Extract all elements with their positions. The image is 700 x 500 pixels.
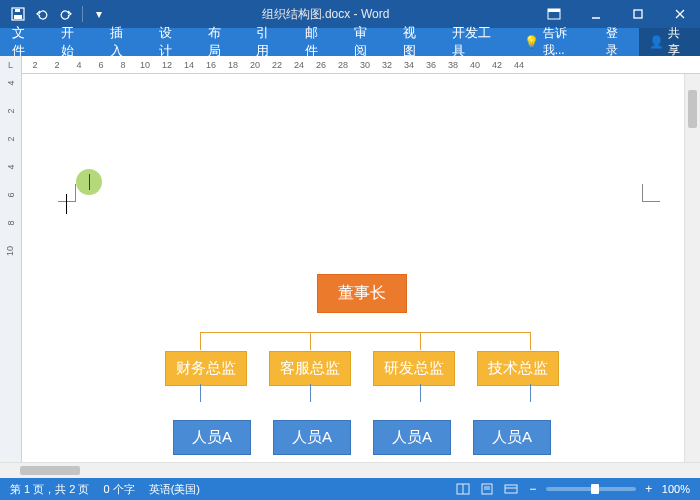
ruler-tick: 6 — [90, 60, 112, 70]
read-mode-icon[interactable] — [454, 481, 472, 497]
connector-icon — [530, 332, 531, 350]
tell-me-label: 告诉我... — [543, 25, 586, 59]
vertical-ruler[interactable]: 4 2 2 4 6 8 10 — [0, 74, 22, 462]
ruler-tick: 38 — [442, 60, 464, 70]
vertical-scrollbar[interactable] — [684, 74, 700, 462]
org-node-director[interactable]: 技术总监 — [477, 351, 559, 386]
minimize-icon[interactable] — [576, 0, 616, 28]
status-word-count[interactable]: 0 个字 — [103, 482, 134, 497]
margin-mark-icon — [58, 184, 76, 202]
zoom-slider-thumb[interactable] — [591, 484, 599, 494]
vruler-tick: 2 — [5, 136, 15, 141]
tab-file[interactable]: 文件 — [0, 28, 49, 56]
connector-icon — [420, 384, 421, 402]
org-node-director[interactable]: 客服总监 — [269, 351, 351, 386]
ruler-tick: 42 — [486, 60, 508, 70]
document-page[interactable]: 董事长 财务总监 客服总监 研发总监 技术总监 人员A 人员A 人员A 人员A — [22, 74, 700, 462]
svg-rect-1 — [14, 15, 22, 19]
lightbulb-icon: 💡 — [524, 35, 539, 49]
zoom-slider[interactable] — [546, 487, 636, 491]
org-chart[interactable]: 董事长 财务总监 客服总监 研发总监 技术总监 人员A 人员A 人员A 人员A — [142, 274, 582, 455]
tab-view[interactable]: 视图 — [391, 28, 440, 56]
tab-design[interactable]: 设计 — [147, 28, 196, 56]
connector-icon — [420, 332, 421, 350]
org-node-staff[interactable]: 人员A — [273, 420, 351, 455]
tab-layout[interactable]: 布局 — [196, 28, 245, 56]
tell-me-button[interactable]: 💡告诉我... — [514, 28, 596, 56]
ruler-tick: 16 — [200, 60, 222, 70]
cursor-indicator-icon — [76, 169, 102, 195]
ruler-tick: 2 — [46, 60, 68, 70]
org-node-staff[interactable]: 人员A — [373, 420, 451, 455]
org-node-director[interactable]: 研发总监 — [373, 351, 455, 386]
org-node-staff[interactable]: 人员A — [173, 420, 251, 455]
ribbon-options-icon[interactable] — [534, 0, 574, 28]
person-icon: 👤 — [649, 35, 664, 49]
tab-developer[interactable]: 开发工具 — [440, 28, 514, 56]
ruler-tick: 36 — [420, 60, 442, 70]
tab-selector[interactable]: L — [0, 56, 22, 74]
signin-button[interactable]: 登录 — [596, 28, 639, 56]
ruler-tick: 8 — [112, 60, 134, 70]
connector-icon — [200, 332, 530, 333]
vruler-tick: 10 — [5, 246, 15, 256]
save-icon[interactable] — [10, 6, 26, 22]
ruler-tick: 30 — [354, 60, 376, 70]
zoom-level[interactable]: 100% — [662, 483, 690, 495]
web-layout-icon[interactable] — [502, 481, 520, 497]
connector-icon — [200, 332, 201, 350]
undo-icon[interactable] — [34, 6, 50, 22]
ruler-tick: 10 — [134, 60, 156, 70]
tab-review[interactable]: 审阅 — [342, 28, 391, 56]
ruler-tick: 40 — [464, 60, 486, 70]
ruler-tick: 32 — [376, 60, 398, 70]
horizontal-ruler[interactable]: 2 2 4 6 8 10 12 14 16 18 20 22 24 26 28 … — [22, 56, 700, 73]
connector-icon — [310, 332, 311, 350]
ruler-tick: 20 — [244, 60, 266, 70]
close-icon[interactable] — [660, 0, 700, 28]
ruler-tick: 24 — [288, 60, 310, 70]
status-language[interactable]: 英语(美国) — [149, 482, 200, 497]
print-layout-icon[interactable] — [478, 481, 496, 497]
tab-mailings[interactable]: 邮件 — [293, 28, 342, 56]
connector-icon — [530, 384, 531, 402]
maximize-icon[interactable] — [618, 0, 658, 28]
svg-rect-14 — [505, 485, 517, 493]
tab-insert[interactable]: 插入 — [98, 28, 147, 56]
ruler-tick: 12 — [156, 60, 178, 70]
horizontal-scrollbar[interactable] — [0, 462, 700, 478]
margin-mark-icon — [642, 184, 660, 202]
qat-separator — [82, 6, 83, 22]
connector-icon — [200, 384, 201, 402]
tab-references[interactable]: 引用 — [244, 28, 293, 56]
status-page[interactable]: 第 1 页，共 2 页 — [10, 482, 89, 497]
vruler-tick: 2 — [5, 108, 15, 113]
tab-home[interactable]: 开始 — [49, 28, 98, 56]
share-button[interactable]: 👤共享 — [639, 28, 700, 56]
vruler-tick: 4 — [5, 164, 15, 169]
ruler-tick: 14 — [178, 60, 200, 70]
org-node-director[interactable]: 财务总监 — [165, 351, 247, 386]
share-label: 共享 — [668, 25, 690, 59]
redo-icon[interactable] — [58, 6, 74, 22]
connector-icon — [310, 384, 311, 402]
text-caret — [66, 194, 67, 214]
zoom-in-button[interactable]: + — [642, 482, 656, 496]
svg-rect-2 — [15, 9, 20, 12]
zoom-out-button[interactable]: − — [526, 482, 540, 496]
vruler-tick: 8 — [5, 220, 15, 225]
svg-rect-6 — [634, 10, 642, 18]
vruler-tick: 4 — [5, 80, 15, 85]
ruler-tick: 22 — [266, 60, 288, 70]
ruler-tick: 26 — [310, 60, 332, 70]
document-title: 组织结构图.docx - Word — [117, 6, 534, 23]
org-node-staff[interactable]: 人员A — [473, 420, 551, 455]
ruler-tick: 34 — [398, 60, 420, 70]
ruler-tick: 28 — [332, 60, 354, 70]
svg-rect-4 — [548, 9, 560, 12]
qat-dropdown-icon[interactable]: ▾ — [91, 6, 107, 22]
org-node-ceo[interactable]: 董事长 — [317, 274, 407, 313]
ruler-tick: 44 — [508, 60, 530, 70]
ruler-tick: 2 — [24, 60, 46, 70]
ruler-tick: 18 — [222, 60, 244, 70]
